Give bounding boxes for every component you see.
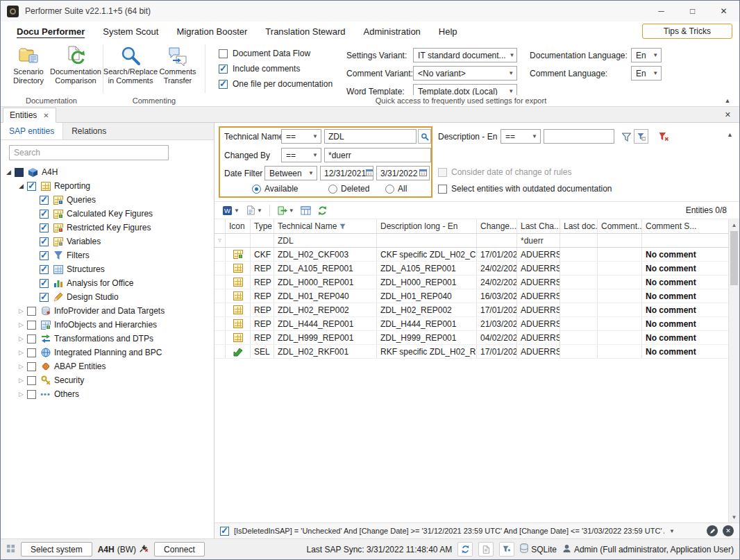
header-type[interactable]: Type [251, 219, 274, 233]
radio-icon[interactable] [328, 185, 337, 194]
search-input[interactable] [9, 145, 169, 160]
close-filter-button[interactable]: ✕ [723, 525, 734, 536]
expander-icon[interactable]: ▷ [16, 349, 26, 356]
header-comment[interactable]: Comment... [598, 219, 642, 233]
minimize-button[interactable]: ─ [646, 1, 677, 22]
table-row[interactable]: REP ZDL_H000_REP001 ZDL_H000_REP001 24/0… [215, 275, 728, 289]
filter-cell[interactable] [226, 234, 251, 247]
close-panel-icon[interactable]: ✕ [725, 110, 739, 122]
header-change-date[interactable]: Change... [477, 219, 517, 233]
one-file-per-documentation-option[interactable]: One file per documentation [219, 79, 333, 89]
tree-item-transformations[interactable]: ▷ Transformations and DTPs [1, 332, 214, 346]
filter-cell[interactable] [251, 234, 274, 247]
technical-name-operator-select[interactable]: == ▼ [281, 129, 321, 144]
table-row[interactable]: SEL ZDL_H02_RKF001 RKF specific ZDL_H02_… [215, 345, 728, 359]
tree-checkbox[interactable] [40, 251, 49, 260]
tree-item-security[interactable]: ▷ Security [1, 373, 214, 387]
filter-cell[interactable] [477, 234, 517, 247]
tree-checkbox[interactable] [27, 182, 36, 191]
tree-item-variables[interactable]: Variables [1, 235, 214, 248]
table-row[interactable]: CKF ZDL_H02_CKF003 CKF specific ZDL_H02_… [215, 248, 728, 262]
tree-checkbox[interactable] [27, 390, 36, 399]
ribbon-tab-system-scout[interactable]: System Scout [94, 23, 167, 40]
tree-checkbox[interactable] [40, 196, 49, 205]
header-comment-status[interactable]: Comment S... [642, 219, 728, 233]
comments-transfer-button[interactable]: Comments Transfer [154, 43, 201, 94]
include-comments-option[interactable]: Include comments [219, 64, 333, 74]
expander-icon[interactable]: ◢ [16, 183, 26, 189]
calendar-icon[interactable] [366, 169, 373, 178]
tab-relations[interactable]: Relations [63, 123, 115, 139]
table-row[interactable]: REP ZDL_A105_REP001 ZDL_A105_REP001 24/0… [215, 262, 728, 275]
expander-icon[interactable]: ▷ [16, 377, 26, 384]
close-button[interactable]: ✕ [708, 1, 739, 22]
checkbox[interactable] [219, 80, 228, 89]
comment-variant-select[interactable]: <No variant> ▼ [413, 66, 517, 80]
checkbox[interactable] [219, 49, 228, 58]
filter-editor-button[interactable] [634, 129, 648, 144]
connect-button[interactable]: Connect [154, 542, 205, 557]
header-last-doc[interactable]: Last doc. [560, 219, 598, 233]
scroll-down-icon[interactable]: ▼ [729, 511, 739, 523]
tree-item-infoprovider[interactable]: ▷ InfoProvider and Data Targets [1, 304, 214, 318]
scroll-up-icon[interactable]: ▲ [729, 219, 739, 230]
tree-item-infoobjects[interactable]: ▷ InfoObjects and Hierarchies [1, 318, 214, 332]
tips-and-tricks-button[interactable]: Tips & Tricks [642, 24, 732, 39]
scrollbar-thumb[interactable] [730, 231, 738, 285]
header-icon[interactable]: Icon [226, 219, 251, 233]
tree-item-calculated-key-figures[interactable]: Calculated Key Figures [1, 207, 214, 221]
filter-cell[interactable] [377, 234, 477, 247]
checkbox[interactable] [219, 65, 228, 74]
settings-variant-select[interactable]: IT standard document... ▼ [413, 48, 517, 62]
tree-item-analysis-for-office[interactable]: Analysis for Office [1, 276, 214, 290]
table-row[interactable]: REP ZDL_H444_REP001 ZDL_H444_REP001 21/0… [215, 317, 728, 331]
collapse-ribbon-icon[interactable]: ▲ [716, 97, 739, 104]
tree-item-integrated-planning[interactable]: ▷ Integrated Planning and BPC [1, 346, 214, 359]
ribbon-tab-administration[interactable]: Administration [354, 23, 429, 40]
filter-settings-button[interactable] [499, 542, 514, 557]
tree-checkbox[interactable] [40, 265, 49, 274]
radio-icon[interactable] [252, 185, 261, 194]
tree-checkbox[interactable] [27, 348, 36, 357]
date-to-input[interactable]: 3/31/2022 [376, 166, 430, 180]
tab-sap-entities[interactable]: SAP entities [1, 123, 63, 139]
tree-checkbox[interactable] [40, 237, 49, 246]
tree-checkbox[interactable] [27, 321, 36, 330]
expander-icon[interactable]: ▷ [16, 335, 26, 342]
tree-checkbox[interactable] [27, 307, 36, 316]
ribbon-tab-docu-performer[interactable]: Docu Performer [8, 23, 94, 40]
vertical-scrollbar[interactable]: ▲ ▼ [728, 219, 739, 523]
calendar-icon[interactable] [419, 169, 427, 178]
tab-entities[interactable]: Entities ✕ [3, 108, 56, 123]
header-technical-name[interactable]: Technical Name [274, 219, 377, 233]
maximize-button[interactable]: □ [677, 1, 708, 22]
tree-checkbox[interactable] [40, 279, 49, 288]
checkbox[interactable] [438, 185, 447, 194]
tree-checkbox[interactable] [40, 210, 49, 219]
changed-by-input[interactable] [324, 148, 431, 162]
ribbon-tab-help[interactable]: Help [430, 23, 466, 40]
table-row[interactable]: REP ZDL_H02_REP002 ZDL_H02_REP002 17/01/… [215, 303, 728, 317]
sync-refresh-button[interactable] [457, 542, 473, 557]
clear-filter-button[interactable] [657, 130, 670, 143]
technical-name-input[interactable] [324, 129, 417, 144]
collapse-filter-panel-icon[interactable]: ▲ [727, 131, 733, 138]
tree-item-structures[interactable]: Structures [1, 262, 214, 276]
tree-checkbox[interactable] [40, 223, 49, 232]
tree-item-abap-entities[interactable]: ▷ ABAP Entities [1, 359, 214, 373]
tree-item-filters[interactable]: Filters [1, 248, 214, 262]
documentation-language-select[interactable]: En ▼ [631, 48, 662, 62]
date-filter-operator-select[interactable]: Between ▼ [264, 166, 317, 180]
outdated-documentation-option[interactable]: Select entities with outdated documentat… [438, 184, 612, 194]
tree-checkbox[interactable] [40, 293, 49, 302]
tree-item-design-studio[interactable]: Design Studio [1, 290, 214, 304]
table-row[interactable]: REP ZDL_H01_REP040 ZDL_H01_REP040 16/03/… [215, 289, 728, 303]
expander-icon[interactable]: ◢ [3, 169, 14, 176]
select-system-button[interactable]: Select system [21, 542, 92, 557]
tree-checkbox[interactable] [27, 334, 36, 343]
word-export-button[interactable]: W ▼ [220, 204, 242, 217]
tree-item-queries[interactable]: Queries [1, 193, 214, 207]
table-row[interactable]: REP ZDL_H999_REP001 ZDL_H999_REP001 04/0… [215, 331, 728, 345]
export-data-button[interactable]: ▼ [275, 204, 296, 217]
filter-cell[interactable] [598, 234, 642, 247]
